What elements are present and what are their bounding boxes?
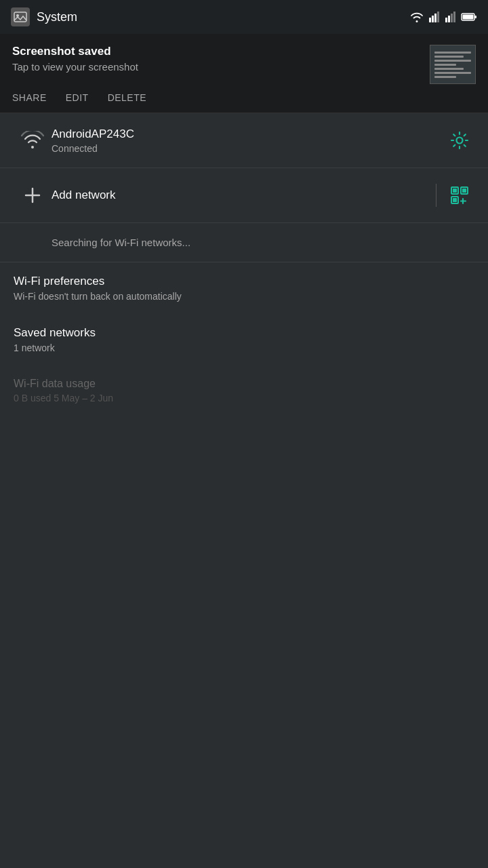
svg-rect-12 [463,15,474,20]
wifi-settings-button[interactable] [445,125,474,155]
notification-text: Screenshot saved Tap to view your screen… [12,45,430,73]
svg-rect-3 [432,16,434,22]
signal-icon [428,11,441,23]
saved-networks-subtitle: 1 network [14,342,474,353]
app-title: System [37,10,77,24]
add-icon-area [14,186,52,205]
wifi-preferences-subtitle: Wi-Fi doesn't turn back on automatically [14,291,474,302]
add-network-row[interactable]: Add network [0,168,488,223]
status-bar: System [0,0,488,34]
thumb-line-6 [434,72,471,74]
wifi-status-icon [409,11,424,23]
svg-rect-8 [451,14,453,22]
signal-icon-2 [445,11,457,23]
add-network-label: Add network [52,189,436,202]
svg-rect-11 [474,16,476,18]
wifi-data-usage-subtitle: 0 B used 5 May – 2 Jun [14,393,474,403]
notification-title: Screenshot saved [12,45,430,58]
saved-networks-item[interactable]: Saved networks 1 network [0,314,488,366]
edit-button[interactable]: Edit [66,92,89,103]
share-button[interactable]: Share [12,92,47,103]
svg-rect-6 [445,18,447,22]
svg-rect-19 [453,198,457,202]
preferences-section: Wi-Fi preferences Wi-Fi doesn't turn bac… [0,262,488,416]
thumbnail-content [430,47,475,82]
qr-scan-button[interactable] [445,180,474,210]
wifi-details: AndroidAP243C Connected [52,127,445,154]
image-icon [14,11,27,23]
svg-rect-4 [434,14,436,22]
wifi-network-name: AndroidAP243C [52,127,445,141]
thumb-line-3 [434,60,471,62]
notification-banner[interactable]: Screenshot saved Tap to view your screen… [0,34,488,113]
notification-subtitle: Tap to view your screenshot [12,61,430,73]
wifi-connected-icon [20,131,45,150]
delete-button[interactable]: Delete [108,92,146,103]
thumb-line-1 [434,52,471,54]
thumb-line-4 [434,64,456,66]
plus-icon [23,186,42,205]
svg-rect-21 [462,189,466,193]
searching-row: Searching for Wi-Fi networks... [0,223,488,262]
connected-network-item[interactable]: AndroidAP243C Connected [0,113,488,168]
svg-rect-7 [448,16,450,22]
svg-rect-2 [429,18,431,22]
status-bar-left: System [11,7,77,26]
searching-text: Searching for Wi-Fi networks... [14,237,474,248]
vertical-divider [436,184,436,207]
thumb-line-2 [434,56,464,58]
wifi-icon-area [14,131,52,150]
wifi-preferences-title: Wi-Fi preferences [14,275,474,288]
svg-point-13 [457,138,463,144]
thumb-line-5 [434,68,464,70]
battery-icon [461,12,477,22]
wifi-preferences-item[interactable]: Wi-Fi preferences Wi-Fi doesn't turn bac… [0,262,488,314]
gear-icon [449,130,470,151]
svg-rect-5 [437,12,439,22]
wifi-data-usage-title: Wi-Fi data usage [14,378,474,390]
notification-thumbnail [430,45,476,84]
wifi-data-usage-item: Wi-Fi data usage 0 B used 5 May – 2 Jun [0,366,488,416]
app-icon [11,7,30,26]
qr-icon [449,185,470,205]
add-network-right [436,180,474,210]
thumb-line-7 [434,76,456,78]
saved-networks-title: Saved networks [14,326,474,340]
wifi-network-status: Connected [52,143,445,154]
status-bar-icons [409,11,477,23]
svg-rect-17 [453,189,457,193]
notification-top: Screenshot saved Tap to view your screen… [12,45,476,84]
svg-rect-9 [453,12,455,22]
notification-actions: Share Edit Delete [12,90,476,103]
